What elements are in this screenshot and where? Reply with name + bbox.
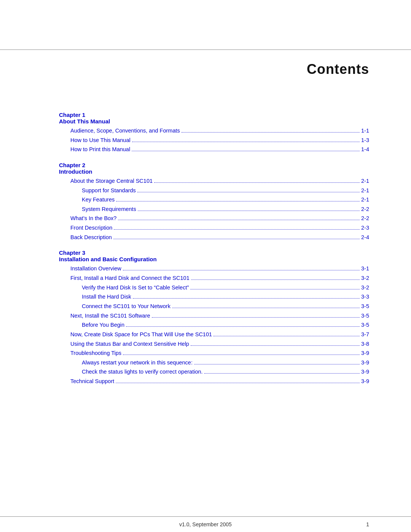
- toc-entry-text: What’s In the Box?: [70, 214, 116, 223]
- toc-dots: [191, 345, 360, 346]
- toc-row[interactable]: Front Description 2-3: [59, 223, 369, 233]
- toc-row[interactable]: Audience, Scope, Conventions, and Format…: [59, 126, 369, 136]
- top-rule: [0, 50, 411, 50]
- toc-page-num: 3-3: [361, 292, 369, 302]
- toc-page-num: 2-1: [361, 176, 369, 186]
- toc-entry-text: Key Features: [82, 195, 115, 204]
- chapter-1-title: About This Manual: [59, 118, 369, 125]
- toc-entry-text: Check the status lights to verify correc…: [82, 367, 203, 377]
- toc-dots: [123, 355, 360, 355]
- page: Contents Chapter 1 About This Manual Aud…: [0, 0, 411, 532]
- toc-row[interactable]: Always restart your network in this sequ…: [59, 358, 369, 367]
- toc-dots: [194, 364, 360, 364]
- toc-entry-text: How to Print this Manual: [70, 145, 130, 154]
- toc-row[interactable]: Using the Status Bar and Context Sensiti…: [59, 339, 369, 349]
- chapter-2-heading: Chapter 2 Introduction: [59, 162, 369, 175]
- toc-dots: [182, 132, 360, 133]
- toc-dots: [138, 211, 360, 211]
- toc-row[interactable]: About the Storage Central SC101 2-1: [59, 176, 369, 186]
- toc-dots: [126, 326, 360, 327]
- toc-entry-text: Now, Create Disk Space for PCs That Will…: [70, 330, 212, 339]
- toc-dots: [190, 289, 360, 289]
- toc-entry-text: Audience, Scope, Conventions, and Format…: [70, 126, 180, 136]
- toc-row[interactable]: Support for Standards 2-1: [59, 186, 369, 195]
- toc-dots: [114, 229, 360, 230]
- chapter-3-heading: Chapter 3 Installation and Basic Configu…: [59, 249, 369, 262]
- toc-row[interactable]: Next, Install the SC101 Software 3-5: [59, 311, 369, 321]
- toc-page-num: 3-5: [361, 320, 369, 330]
- toc-entry-text: Always restart your network in this sequ…: [82, 358, 193, 367]
- toc-dots: [116, 383, 360, 383]
- toc-page-num: 3-2: [361, 283, 369, 292]
- toc-entry-text: System Requirements: [82, 204, 136, 214]
- toc-entry-text: Before You Begin: [82, 320, 124, 330]
- toc-entry-text: How to Use This Manual: [70, 136, 131, 145]
- toc-page-num: 1-4: [361, 145, 369, 154]
- toc-dots: [132, 142, 360, 142]
- toc-row[interactable]: Installation Overview 3-1: [59, 264, 369, 273]
- toc-page-num: 3-9: [361, 348, 369, 358]
- toc-dots: [118, 220, 360, 220]
- contents-title: Contents: [0, 61, 369, 77]
- toc-row[interactable]: Before You Begin 3-5: [59, 320, 369, 330]
- toc-page-num: 3-5: [361, 311, 369, 321]
- toc-entry-text: Front Description: [70, 223, 112, 233]
- toc-page-num: 2-4: [361, 233, 369, 242]
- toc-entry-text: First, Install a Hard Disk and Connect t…: [70, 273, 190, 283]
- toc-page-num: 2-2: [361, 204, 369, 214]
- footer-version: v1.0, September 2005: [179, 521, 232, 527]
- toc-row[interactable]: Install the Hard Disk 3-3: [59, 292, 369, 302]
- toc-row[interactable]: Technical Support 3-9: [59, 377, 369, 386]
- toc-row[interactable]: What’s In the Box? 2-2: [59, 214, 369, 223]
- toc-page-num: 3-7: [361, 330, 369, 339]
- toc-row[interactable]: How to Print this Manual 1-4: [59, 145, 369, 154]
- toc-dots: [152, 317, 360, 318]
- toc-row[interactable]: How to Use This Manual 1-3: [59, 136, 369, 145]
- toc-page-num: 3-1: [361, 264, 369, 273]
- toc-content: Chapter 1 About This Manual Audience, Sc…: [0, 81, 411, 516]
- toc-dots: [113, 239, 360, 239]
- toc-page-num: 3-9: [361, 358, 369, 367]
- toc-row[interactable]: First, Install a Hard Disk and Connect t…: [59, 273, 369, 283]
- toc-dots: [116, 201, 360, 201]
- toc-entry-text: Technical Support: [70, 377, 114, 386]
- toc-dots: [123, 270, 360, 270]
- toc-row[interactable]: Now, Create Disk Space for PCs That Will…: [59, 330, 369, 339]
- chapter-3-label: Chapter 3: [59, 249, 369, 256]
- toc-row[interactable]: Back Description 2-4: [59, 233, 369, 242]
- toc-row[interactable]: Key Features 2-1: [59, 195, 369, 204]
- toc-page-num: 1-1: [361, 126, 369, 136]
- toc-page-num: 2-3: [361, 223, 369, 233]
- toc-dots: [204, 373, 360, 374]
- toc-dots: [137, 192, 360, 192]
- toc-page-num: 1-3: [361, 136, 369, 145]
- footer-page-number: 1: [366, 521, 369, 527]
- toc-page-num: 2-1: [361, 186, 369, 195]
- chapter-2-label: Chapter 2: [59, 162, 369, 168]
- toc-entry-text: Back Description: [70, 233, 112, 242]
- toc-entry-text: Connect the SC101 to Your Network: [82, 302, 170, 311]
- toc-page-num: 2-2: [361, 214, 369, 223]
- toc-page-num: 3-9: [361, 367, 369, 377]
- chapter-3-title: Installation and Basic Configuration: [59, 256, 369, 262]
- toc-row[interactable]: System Requirements 2-2: [59, 204, 369, 214]
- footer: v1.0, September 2005 1: [0, 517, 411, 532]
- chapter-1-label: Chapter 1: [59, 112, 369, 118]
- toc-dots: [132, 151, 360, 151]
- chapter-1-heading: Chapter 1 About This Manual: [59, 112, 369, 125]
- toc-entry-text: Installation Overview: [70, 264, 121, 273]
- toc-row[interactable]: Troubleshooting Tips 3-9: [59, 348, 369, 358]
- toc-entry-text: Verify the Hard Disk Is Set to “Cable Se…: [82, 283, 189, 292]
- toc-page-num: 2-1: [361, 195, 369, 204]
- toc-page-num: 3-2: [361, 273, 369, 283]
- toc-page-num: 3-5: [361, 302, 369, 311]
- toc-entry-text: Install the Hard Disk: [82, 292, 131, 302]
- toc-page-num: 3-8: [361, 339, 369, 349]
- toc-entry-text: Troubleshooting Tips: [70, 348, 121, 358]
- toc-row[interactable]: Check the status lights to verify correc…: [59, 367, 369, 377]
- toc-dots: [213, 336, 360, 336]
- toc-row[interactable]: Connect the SC101 to Your Network 3-5: [59, 302, 369, 311]
- toc-dots: [154, 182, 360, 183]
- toc-dots: [191, 280, 360, 280]
- toc-row[interactable]: Verify the Hard Disk Is Set to “Cable Se…: [59, 283, 369, 292]
